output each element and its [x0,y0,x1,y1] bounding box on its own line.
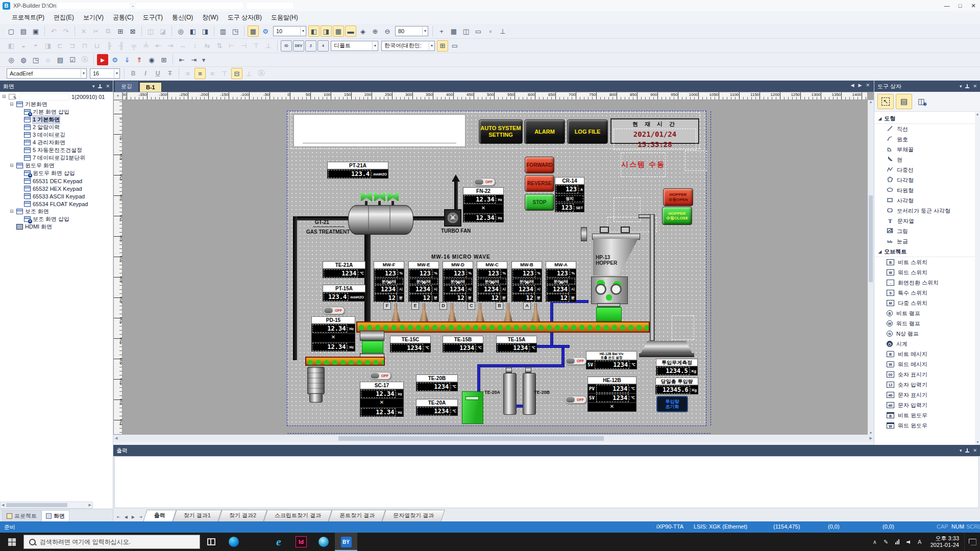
te-20a-cylinder-label[interactable]: TE-20A [484,390,500,395]
internet-explorer-icon[interactable]: e [267,533,290,551]
align-left-button[interactable]: ≡ [182,68,193,79]
display-fn-22[interactable]: FN-2212.34Hz12.34Hz [463,187,504,222]
hopper-sensor[interactable] [600,227,609,233]
mw-unit-MW-B[interactable]: MW-B123%분리상태1234시12분 [511,261,542,302]
tree-item-65531-DEC-Keypad[interactable]: 65531 DEC Keypad [0,177,113,185]
copy-button[interactable]: ⧉ [103,26,114,37]
download-button[interactable]: ⇓ [121,54,133,65]
off-toggle[interactable]: OFF [323,307,345,314]
mw-unit-MW-A[interactable]: MW-A123%분리상태1234시12분 [546,261,576,302]
minimize-button[interactable]: — [940,1,953,11]
tree-item-1(200910)-01[interactable]: ⊟1(200910) 01 [0,93,113,101]
toolbox-item-bit-lamp[interactable]: B비트 램프 [874,308,975,318]
tile-windows-button[interactable]: ⊞ [158,54,169,65]
distribute-h-button[interactable]: ╤ [128,40,139,52]
reverse-button[interactable]: REVERSE [525,175,554,192]
tree-item-윈도우-화면[interactable]: ⊟윈도우 화면 [0,162,113,169]
scroll-right-icon[interactable]: ▶ [88,503,92,507]
language-combo[interactable]: 한국어(대한민:▾ [381,41,435,51]
toolbox-item-special-switch[interactable]: S특수 스위치 [874,288,975,298]
tree-item-7-데이터로깅1분단위[interactable]: 7 데이터로깅1분단위 [0,154,113,162]
toolbox-item-rectangle[interactable]: 사각형 [874,195,975,206]
group-button[interactable]: ◫ [145,26,156,37]
hopper-open-button[interactable]: HOPPER 수동OPEN [663,188,693,206]
run-option-button[interactable]: ⚙ [109,54,120,65]
taskbar-clock[interactable]: 오후 3:33 2021-01-24 [925,535,964,548]
toolbox-item-arc[interactable]: 원호 [874,134,975,144]
hmi-screen-canvas[interactable]: AUTO SYSTEM SETTINGALARMLOG FILEFORWARDR… [287,111,706,425]
ungroup-button[interactable]: ◪ [157,26,168,37]
pipe[interactable] [293,216,297,360]
menu-item[interactable]: 도구 상자(B) [223,12,266,23]
output-tab[interactable]: 폰트찾기 결과 [330,510,384,521]
toolbox-section-도형[interactable]: ◢도형 [874,113,975,124]
left-panel-tab[interactable]: 화면 [41,510,69,521]
find-device-button[interactable]: ◎ [175,26,186,37]
toolbox-item-word-switch[interactable]: W워드 스위치 [874,267,975,278]
discharge-conveyor[interactable] [305,357,385,366]
tree-expander-icon[interactable]: ⊟ [10,102,14,107]
te-20b-cylinder-label[interactable]: TE-20B [534,390,550,395]
toolbox-item-word-lamp[interactable]: W워드 램프 [874,318,975,329]
order-front-button[interactable]: ⇆ [202,40,213,52]
display-te-21a[interactable]: TE-21A1234℃ [323,261,365,278]
display-te-15a[interactable]: TE-15A1234℃ [496,336,537,353]
output-tab[interactable]: 찾기 결과2 [220,510,265,521]
output-nav-next-icon[interactable]: ▶ [130,515,136,521]
toolbox-scrollbar[interactable]: ▲▼ [975,112,980,445]
paste-special-button[interactable]: ⊠ [127,26,138,37]
panel-menu-icon[interactable]: ▾ [960,448,962,453]
editor-tab[interactable]: 로깅 [114,81,139,92]
toolbox-item-numeric-display[interactable]: 00숫자 표시기 [874,369,975,380]
upload-button[interactable]: ⇑ [134,54,145,65]
grid-size-combo[interactable]: 10▾ [273,26,306,36]
italic-button[interactable]: I [140,68,151,79]
next-window-button[interactable]: ◨ [200,26,211,37]
tree-item-65532-HEX-Keypad[interactable]: 65532 HEX Keypad [0,185,113,192]
stop-button[interactable]: STOP [525,194,554,211]
stand-pole[interactable] [650,214,655,341]
pin-icon[interactable] [965,448,969,453]
snap-settings-button[interactable]: ⚙ [260,26,271,37]
font-name-combo[interactable]: AcadEref▾ [7,68,87,79]
off-toggle[interactable]: OFF [565,396,586,404]
toggle-panel-left[interactable]: ◧ [308,26,320,37]
log-file-button[interactable]: LOG FILE [567,119,608,144]
output-tab[interactable]: 찾기 결과1 [175,510,220,521]
toolbox-item-numeric-input[interactable]: 12숫자 입력기 [874,380,975,390]
display-he-12b[interactable]: HE-12BPV1234℃SV1234℃ [587,377,636,412]
green-cabinet[interactable] [462,391,483,424]
find-object-button[interactable]: ◎ [6,54,17,65]
tree-expander-icon[interactable]: ⊟ [10,163,14,168]
tree-item-기본화면[interactable]: ⊟기본화면 [0,101,113,108]
device-display-toggle[interactable]: DEV [293,40,304,52]
toggle-grid-view[interactable]: ▦ [333,26,344,37]
gas-treatment-label[interactable]: GAS TREATMENT [306,229,350,235]
system-manual-label[interactable]: 시스템 수동 [621,153,666,177]
fit-size-button[interactable]: ↕ [189,40,201,52]
display-te-20b[interactable]: TE-20B1234℃ [416,374,458,391]
align-right-button[interactable]: ≡ [207,68,218,79]
burner-tag-C[interactable]: C [468,302,475,310]
menu-item[interactable]: 편집(E) [49,12,79,23]
next-screen-button[interactable]: ⇥ [188,54,200,65]
turbo-fan-label[interactable]: TURBO FAN [441,228,471,234]
pipe[interactable] [364,235,371,332]
menu-item[interactable]: 도움말(H) [266,12,303,23]
burner-tag-B[interactable]: B [496,302,503,310]
zoom-level-combo[interactable]: 80▾ [395,26,428,36]
order-back-button[interactable]: ⇅ [214,40,225,52]
tree-item-1-기본화면[interactable]: 1 기본화면 [0,116,113,123]
panel-close-icon[interactable]: ✕ [973,448,977,453]
turbo-fan[interactable] [444,209,461,227]
hopper-sensor[interactable] [621,227,630,233]
add-screen-button[interactable]: ◫⊕ [914,94,930,109]
canvas-horizontal-scrollbar[interactable]: ◀▶ [113,435,874,442]
align-center-h-button[interactable]: ╟ [104,40,115,52]
tree-item-65533-ASCII-Keypad[interactable]: 65533 ASCII Keypad [0,192,113,200]
task-view-button[interactable] [200,533,223,551]
toolbox-item-text-string[interactable]: T문자열 [874,216,975,226]
output-nav-prev-icon[interactable]: ◀ [123,515,129,521]
font-check-button[interactable]: Ⓐ [79,54,90,65]
tree-item-2-알람이력[interactable]: 2 알람이력 [0,123,113,131]
